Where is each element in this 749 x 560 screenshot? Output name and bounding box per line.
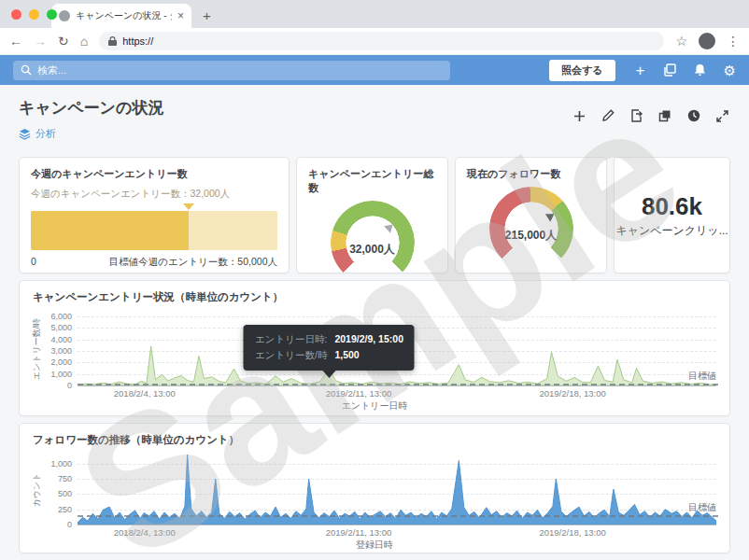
export-icon[interactable] <box>630 109 643 122</box>
kpi-label: キャンペーンクリッ... <box>615 223 728 239</box>
gauge-entry-total: 32,000人 <box>331 201 415 273</box>
copy-icon[interactable] <box>658 109 671 122</box>
y-tick-label: 6,000 <box>50 312 72 321</box>
x-tick-label: 2019/2/11, 13:00 <box>326 527 392 538</box>
add-card-icon[interactable] <box>573 110 586 122</box>
current-value-label: 今週のキャンペーンエントリー数：32,000人 <box>31 188 277 201</box>
page-actions <box>573 109 728 122</box>
edit-icon[interactable] <box>601 109 615 122</box>
y-tick-label: 2,000 <box>50 357 72 367</box>
search-input[interactable] <box>37 64 443 76</box>
card-title: 今週のキャンペーンエントリー数 <box>31 167 277 181</box>
breadcrumb[interactable]: 分析 <box>19 127 730 141</box>
category-link[interactable]: 分析 <box>35 127 56 141</box>
browser-menu-icon[interactable]: ⋮ <box>727 34 740 49</box>
pages-icon[interactable] <box>663 63 676 77</box>
forward-icon[interactable]: → <box>34 34 47 49</box>
x-tick-label: 2019/2/11, 13:00 <box>326 388 392 399</box>
gauge-value: 32,000人 <box>331 201 415 273</box>
url-field[interactable]: https:// <box>99 32 664 50</box>
browser-tab[interactable]: キャンペーンの状況 - ダッシュボー × <box>51 4 191 28</box>
dashboard-content: キャンペーンの状況 分析 今週のキャンペーンエントリー数 今週のキャンペーンエ <box>0 85 749 560</box>
target-line <box>78 384 718 385</box>
y-tick-label: 0 <box>67 520 72 529</box>
bar-marker-icon <box>183 203 194 210</box>
search-box[interactable] <box>13 61 450 80</box>
card-clicks[interactable]: 80.6k キャンペーンクリッ... <box>614 157 730 273</box>
chart-card-entries[interactable]: キャンペーンエントリー状況（時単位のカウント） エントリー数/時 6,0005,… <box>19 280 730 416</box>
history-icon[interactable] <box>687 109 700 122</box>
gauge-value: 215,000人 <box>489 187 573 271</box>
progress-bar-fill <box>31 211 189 250</box>
minimize-window-button[interactable] <box>29 9 39 20</box>
tooltip-label: エントリー数/時 <box>255 347 327 363</box>
y-tick-label: 250 <box>58 505 72 514</box>
home-icon[interactable]: ⌂ <box>80 34 88 49</box>
gauge-followers: 215,000人 <box>489 187 573 271</box>
card-entry-week[interactable]: 今週のキャンペーンエントリー数 今週のキャンペーンエントリー数：32,000人 … <box>19 157 290 273</box>
bar-target-label: 目標値今週のエントリー数：50,000人 <box>109 256 277 269</box>
lock-icon <box>108 36 117 47</box>
y-tick-label: 1,000 <box>50 370 72 379</box>
kpi-card-row: 今週のキャンペーンエントリー数 今週のキャンペーンエントリー数：32,000人 … <box>19 157 730 273</box>
y-tick-label: 1,000 <box>50 459 72 469</box>
browser-avatar[interactable] <box>699 33 715 49</box>
card-entry-total[interactable]: キャンペーンエントリー総数 32,000人 <box>296 157 448 273</box>
card-followers[interactable]: 現在のフォロワー数 215,000人 <box>455 157 607 273</box>
url-text: https:// <box>122 35 153 47</box>
bar-min-label: 0 <box>31 256 36 269</box>
x-tick-label: 2019/2/18, 13:00 <box>539 527 605 538</box>
chart-tooltip: エントリー日時:2019/2/9, 15:00 エントリー数/時1,500 <box>244 325 415 371</box>
x-axis-ticks: 2018/2/4, 13:002019/2/11, 13:002019/2/18… <box>78 386 716 399</box>
x-axis-label: 登録日時 <box>33 539 716 552</box>
x-tick-label: 2019/2/18, 13:00 <box>539 388 605 399</box>
window-controls[interactable] <box>11 9 57 20</box>
query-button[interactable]: 照会する <box>549 60 615 81</box>
gear-icon[interactable]: ⚙ <box>724 63 736 77</box>
bell-icon[interactable] <box>694 63 706 77</box>
progress-bar <box>31 211 277 250</box>
y-tick-label: 3,000 <box>50 346 72 356</box>
favicon <box>59 10 70 21</box>
target-line <box>78 515 718 517</box>
browser-address-bar: ← → ↻ ⌂ https:// ☆ ⋮ <box>0 28 749 55</box>
tooltip-value: 1,500 <box>334 347 359 363</box>
y-tick-label: 750 <box>58 474 72 483</box>
target-label: 目標値 <box>688 369 716 382</box>
tab-title: キャンペーンの状況 - ダッシュボー <box>76 9 172 22</box>
y-tick-label: 4,000 <box>50 335 72 344</box>
target-label: 目標値 <box>688 501 716 514</box>
x-tick-label: 2018/2/4, 13:00 <box>114 527 176 538</box>
followers-plot: 1,0007505002500目標値 <box>78 455 716 525</box>
y-tick-label: 5,000 <box>50 323 72 332</box>
y-tick-label: 0 <box>67 381 72 390</box>
browser-tab-strip: キャンペーンの状況 - ダッシュボー × + <box>0 0 749 28</box>
tooltip-value: 2019/2/9, 15:00 <box>334 331 403 347</box>
search-icon <box>21 64 32 76</box>
tooltip-caret-icon <box>322 371 335 378</box>
tab-close-icon[interactable]: × <box>177 9 184 22</box>
x-axis-ticks: 2018/2/4, 13:002019/2/11, 13:002019/2/18… <box>78 525 716 538</box>
kpi-value: 80.6k <box>642 192 702 221</box>
add-icon[interactable]: + <box>636 63 645 78</box>
new-tab-button[interactable]: + <box>203 7 211 23</box>
x-tick-label: 2018/2/4, 13:00 <box>114 388 176 399</box>
layers-icon <box>19 128 31 140</box>
y-axis-label: エントリー数/時 <box>31 318 43 380</box>
tooltip-label: エントリー日時: <box>255 331 327 347</box>
back-icon[interactable]: ← <box>9 34 22 49</box>
expand-icon[interactable] <box>716 110 728 122</box>
bookmark-star-icon[interactable]: ☆ <box>675 34 687 49</box>
y-tick-label: 500 <box>58 489 72 498</box>
y-axis-label: カウント <box>31 473 43 508</box>
chart-title: フォロワー数の推移（時単位のカウント） <box>33 433 716 447</box>
chart-title: キャンペーンエントリー状況（時単位のカウント） <box>33 290 716 304</box>
x-axis-label: エントリー日時 <box>33 399 716 413</box>
app-header: 照会する + ⚙ <box>0 55 749 85</box>
chart-card-followers[interactable]: フォロワー数の推移（時単位のカウント） カウント 1,0007505002500… <box>19 423 730 553</box>
close-window-button[interactable] <box>11 9 21 20</box>
maximize-window-button[interactable] <box>47 9 57 20</box>
reload-icon[interactable]: ↻ <box>58 34 69 49</box>
